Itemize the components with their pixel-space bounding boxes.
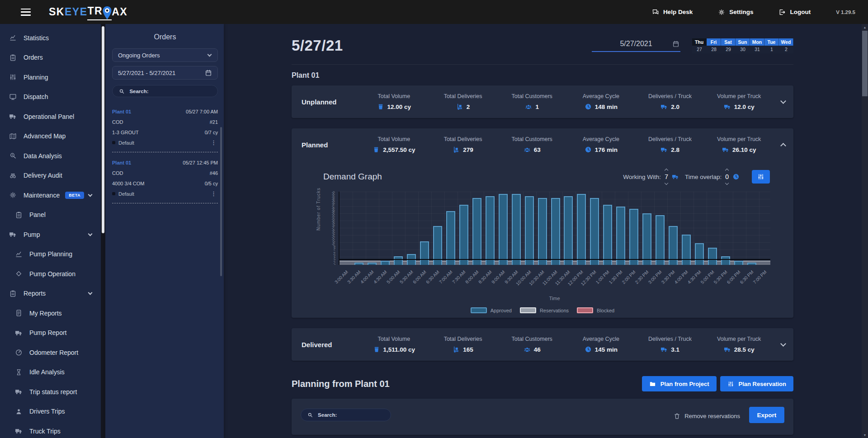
sidebar-item-advanced-map[interactable]: Advanced Map bbox=[0, 127, 105, 146]
calendar-day-thu[interactable]: Thu bbox=[692, 38, 707, 46]
kebab-menu-icon[interactable]: ⋮ bbox=[209, 139, 218, 146]
calendar-date-28[interactable]: 28 bbox=[707, 46, 721, 53]
working-with-stepper[interactable]: 7 bbox=[665, 169, 668, 184]
orders-date-range-input[interactable] bbox=[118, 70, 205, 76]
increment-icon[interactable] bbox=[725, 169, 729, 172]
calendar-day-fri[interactable]: Fri bbox=[707, 38, 721, 46]
mini-calendar: ThuFriSatSunMonTueWed 272829303112 bbox=[692, 38, 793, 53]
sidebar-item-reports[interactable]: Reports bbox=[0, 284, 105, 304]
menu-icon[interactable] bbox=[21, 9, 31, 16]
calendar-day-sun[interactable]: Sun bbox=[736, 38, 750, 46]
calendar-date-27[interactable]: 27 bbox=[692, 46, 707, 53]
plant-title: Plant 01 bbox=[292, 71, 793, 80]
scroll-up-icon[interactable]: ▲ bbox=[862, 24, 868, 30]
working-with-control: Working With: 7 bbox=[623, 169, 679, 184]
calendar-day-sat[interactable]: Sat bbox=[721, 38, 736, 46]
calendar-date-30[interactable]: 30 bbox=[736, 46, 750, 53]
help-desk-button[interactable]: Help Desk bbox=[652, 9, 693, 16]
calendar-date-29[interactable]: 29 bbox=[721, 46, 736, 53]
stat-columns: Total Volume1,511.00 cyTotal Deliveries1… bbox=[359, 336, 774, 353]
planning-search-input[interactable] bbox=[318, 412, 384, 418]
legend-label: Blocked bbox=[597, 308, 614, 313]
stat-label: Volume per Truck bbox=[704, 93, 774, 99]
page-scrollbar-thumb[interactable] bbox=[862, 31, 868, 96]
calendar-day-tue[interactable]: Tue bbox=[764, 38, 779, 46]
expand-button[interactable] bbox=[774, 101, 785, 103]
plan-reservation-button[interactable]: Plan Reservation bbox=[720, 376, 794, 391]
calendar-date-1[interactable]: 1 bbox=[764, 46, 779, 53]
main-date-field[interactable] bbox=[592, 40, 680, 52]
chevron-down-icon bbox=[780, 341, 786, 347]
sidebar-item-idle-analysis[interactable]: Idle Analysis bbox=[0, 363, 105, 382]
sidebar-item-panel[interactable]: Panel bbox=[0, 205, 105, 225]
sidebar-item-label: Idle Analysis bbox=[29, 368, 65, 376]
export-label: Export bbox=[757, 412, 777, 419]
sidebar-item-dispatch[interactable]: Dispatch bbox=[0, 87, 105, 107]
chart-bar bbox=[708, 248, 717, 265]
chart-bar bbox=[603, 205, 612, 265]
sidebar-item-odometer-report[interactable]: Odometer Report bbox=[0, 343, 105, 363]
sidebar-item-maintenance[interactable]: MaintenanceBETA bbox=[0, 185, 105, 205]
order-plant-link[interactable]: Plant 01 bbox=[112, 160, 131, 165]
search-doc-icon bbox=[9, 152, 17, 160]
kebab-menu-icon[interactable]: ⋮ bbox=[209, 190, 218, 197]
sidebar-item-pump-report[interactable]: Pump Report bbox=[0, 323, 105, 343]
main-date-input[interactable] bbox=[592, 40, 680, 48]
settings-button[interactable]: Settings bbox=[718, 9, 753, 16]
sidebar-item-trip-status-report[interactable]: Trip status report bbox=[0, 382, 105, 402]
calendar-date-2[interactable]: 2 bbox=[779, 46, 793, 53]
auto-plan-button[interactable] bbox=[752, 170, 770, 184]
sidebar-item-data-analysis[interactable]: Data Analysis bbox=[0, 146, 105, 166]
expand-button[interactable] bbox=[774, 344, 785, 346]
order-row: COD#46 bbox=[112, 168, 218, 178]
truck-icon bbox=[9, 113, 17, 120]
time-overlap-stepper[interactable]: 0 bbox=[725, 169, 729, 184]
collapse-button[interactable] bbox=[774, 142, 785, 148]
folder-icon bbox=[649, 381, 656, 387]
stat-label: Deliveries / Truck bbox=[636, 93, 705, 99]
page-scrollbar[interactable]: ▲ ▼ bbox=[862, 24, 868, 438]
sidebar-item-my-reports[interactable]: My Reports bbox=[0, 303, 105, 323]
planning-search-field[interactable] bbox=[301, 409, 391, 421]
sidebar-item-drivers-trips[interactable]: Drivers Trips bbox=[0, 402, 105, 422]
sidebar-item-statistics[interactable]: Statistics bbox=[0, 28, 105, 48]
calendar-day-mon[interactable]: Mon bbox=[750, 38, 764, 46]
truck-icon bbox=[672, 173, 679, 180]
order-plant-link[interactable]: Plant 01 bbox=[112, 109, 131, 114]
orders-search-input[interactable] bbox=[129, 89, 211, 94]
stat-label: Average Cycle bbox=[566, 336, 636, 342]
sidebar-item-pump-planning[interactable]: Pump Planning bbox=[0, 245, 105, 264]
scroll-down-icon[interactable]: ▼ bbox=[862, 432, 868, 438]
sidebar-item-operational-panel[interactable]: Operational Panel bbox=[0, 107, 105, 127]
remove-reservations-button[interactable]: Remove reservations bbox=[674, 413, 740, 419]
orders-date-range-field[interactable] bbox=[112, 66, 218, 80]
export-button[interactable]: Export bbox=[749, 407, 784, 423]
stat-label: Total Customers bbox=[497, 336, 566, 342]
logout-button[interactable]: Logout bbox=[778, 9, 811, 16]
truck-icon bbox=[15, 427, 23, 435]
order-quantity: 0/7 cy bbox=[205, 130, 218, 135]
logo-text-tr: TR bbox=[87, 5, 103, 17]
calendar-date-31[interactable]: 31 bbox=[750, 46, 764, 53]
decrement-icon[interactable] bbox=[725, 181, 729, 185]
orders-filter-select[interactable]: Ongoing Orders bbox=[112, 48, 218, 62]
sidebar: StatisticsOrdersPlanningDispatchOperatio… bbox=[0, 24, 105, 438]
plan-from-project-button[interactable]: Plan from Project bbox=[642, 376, 717, 391]
orders-list-scrollbar[interactable] bbox=[220, 127, 222, 276]
sidebar-item-planning[interactable]: Planning bbox=[0, 67, 105, 87]
order-card[interactable]: Plant 0105/27 12:45 PMCOD#464000 3/4 COM… bbox=[112, 157, 218, 203]
orders-search-field[interactable] bbox=[112, 85, 218, 97]
sidebar-item-orders[interactable]: Orders bbox=[0, 48, 105, 68]
sidebar-scrollbar-thumb[interactable] bbox=[102, 26, 104, 233]
legend-label: Reservations bbox=[540, 308, 569, 313]
increment-icon[interactable] bbox=[665, 169, 668, 172]
chart-zero-line bbox=[340, 259, 770, 260]
stat-value-text: 1,511.00 cy bbox=[383, 346, 415, 353]
sidebar-item-pump[interactable]: Pump bbox=[0, 225, 105, 245]
sidebar-item-truck-trips[interactable]: Truck Trips bbox=[0, 421, 105, 438]
sidebar-item-delivery-audit[interactable]: Delivery Audit bbox=[0, 166, 105, 186]
order-card[interactable]: Plant 0105/27 7:00 AMCOD#211-3 GROUT0/7 … bbox=[112, 106, 218, 152]
sidebar-item-pump-operation[interactable]: Pump Operation bbox=[0, 264, 105, 284]
calendar-day-wed[interactable]: Wed bbox=[779, 38, 793, 46]
decrement-icon[interactable] bbox=[665, 181, 668, 185]
